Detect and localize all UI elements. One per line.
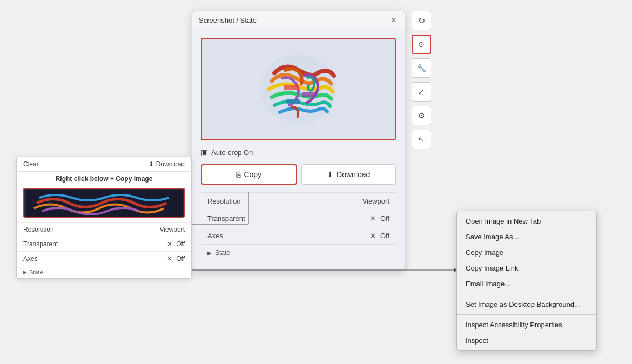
panel-body: ▣ Auto-crop On ⎘ Copy ⬇ Download Resolut… bbox=[192, 29, 405, 269]
cursor-icon: ↖ bbox=[418, 135, 425, 144]
main-panel: Screenshot / State ✕ bbox=[192, 11, 405, 270]
context-menu-item-email[interactable]: Email Image... bbox=[457, 276, 596, 292]
transparent-value: ✕ Off bbox=[310, 210, 396, 227]
mini-resolution-value: Viewport bbox=[114, 223, 191, 237]
mini-state-label: State bbox=[29, 269, 43, 275]
mini-resolution-row: Resolution Viewport bbox=[17, 223, 191, 237]
mini-transparent-label: Transparent bbox=[17, 237, 114, 252]
right-click-hint: Right click below + Copy Image bbox=[17, 172, 191, 186]
mini-state-row[interactable]: ▶ State bbox=[17, 266, 191, 278]
autocrop-label: Auto-crop On bbox=[211, 149, 253, 157]
context-menu-item-save[interactable]: Save Image As... bbox=[457, 229, 596, 245]
svg-rect-3 bbox=[286, 99, 300, 104]
xmark-icon2: ✕ bbox=[370, 232, 376, 240]
mini-panel: Clear ⬇ Download Right click below + Cop… bbox=[16, 157, 192, 279]
resolution-value: Viewport bbox=[310, 193, 396, 210]
chevron-icon: ▶ bbox=[207, 250, 212, 256]
xmark-icon: ✕ bbox=[370, 214, 376, 223]
wrench-button[interactable]: 🔧 bbox=[412, 58, 431, 78]
mini-resolution-label: Resolution bbox=[17, 223, 114, 237]
download-icon: ⬇ bbox=[327, 170, 333, 179]
mini-axes-label: Axes bbox=[17, 252, 114, 266]
download-label: Download bbox=[337, 170, 370, 179]
mini-xmark-icon: ✕ bbox=[167, 240, 172, 248]
mini-download-button[interactable]: ⬇ Download bbox=[149, 160, 185, 168]
copy-icon: ⎘ bbox=[236, 170, 240, 179]
camera-button[interactable]: ⊙ bbox=[412, 35, 431, 54]
autocrop-icon: ▣ bbox=[201, 148, 208, 157]
mini-download-icon: ⬇ bbox=[149, 160, 154, 168]
copy-label: Copy bbox=[244, 170, 261, 179]
right-toolbar: ↻ ⊙ 🔧 ⤢ ⚙ ↖ bbox=[412, 11, 431, 149]
context-menu-separator-2 bbox=[457, 314, 596, 315]
context-menu-item-inspect[interactable]: Inspect bbox=[457, 333, 596, 348]
axes-label: Axes bbox=[201, 227, 310, 245]
context-menu-item-open[interactable]: Open Image in New Tab bbox=[457, 213, 596, 229]
svg-rect-1 bbox=[284, 85, 299, 90]
state-row[interactable]: ▶ State bbox=[201, 244, 396, 261]
panel-title: Screenshot / State bbox=[199, 16, 257, 24]
mini-clear-button[interactable]: Clear bbox=[23, 160, 39, 168]
transparent-row: Transparent ✕ Off bbox=[201, 210, 396, 227]
axes-row: Axes ✕ Off bbox=[201, 227, 396, 245]
context-menu-item-copy-link[interactable]: Copy Image Link bbox=[457, 260, 596, 276]
protein-image bbox=[253, 46, 345, 132]
mini-panel-header: Clear ⬇ Download bbox=[17, 157, 191, 172]
refresh-icon: ↻ bbox=[418, 16, 425, 26]
mini-download-label: Download bbox=[156, 160, 185, 168]
image-preview bbox=[201, 38, 396, 140]
context-menu-item-accessibility[interactable]: Inspect Accessibility Properties bbox=[457, 317, 596, 333]
close-button[interactable]: ✕ bbox=[389, 16, 398, 24]
mini-axes-value: ✕ Off bbox=[114, 252, 191, 266]
copy-button[interactable]: ⎘ Copy bbox=[201, 164, 297, 185]
cursor-button[interactable]: ↖ bbox=[412, 130, 431, 149]
mini-clear-label: Clear bbox=[23, 160, 39, 168]
mini-transparent-row: Transparent ✕ Off bbox=[17, 237, 191, 252]
expand-button[interactable]: ⤢ bbox=[412, 82, 431, 102]
mini-settings-table: Resolution Viewport Transparent ✕ Off Ax… bbox=[17, 222, 191, 266]
axes-value: ✕ Off bbox=[310, 227, 396, 245]
mini-axes-row: Axes ✕ Off bbox=[17, 252, 191, 266]
svg-rect-2 bbox=[302, 92, 315, 97]
mini-chevron-icon: ▶ bbox=[23, 269, 27, 275]
state-label: State bbox=[215, 249, 230, 257]
panel-header: Screenshot / State ✕ bbox=[192, 11, 405, 29]
mini-transparent-value: ✕ Off bbox=[114, 237, 191, 252]
mini-image-area[interactable] bbox=[23, 188, 185, 218]
context-menu-item-copy-image[interactable]: Copy Image bbox=[457, 245, 596, 260]
settings-button[interactable]: ⚙ bbox=[412, 106, 431, 125]
autocrop-row: ▣ Auto-crop On bbox=[201, 148, 396, 157]
resolution-row: Resolution Viewport bbox=[201, 193, 396, 210]
context-menu-separator bbox=[457, 294, 596, 294]
wrench-icon: 🔧 bbox=[417, 64, 426, 72]
refresh-button[interactable]: ↻ bbox=[412, 11, 431, 30]
settings-icon: ⚙ bbox=[418, 111, 425, 120]
action-buttons: ⎘ Copy ⬇ Download bbox=[201, 164, 396, 185]
settings-table: Resolution Viewport Transparent ✕ Off Ax… bbox=[201, 192, 396, 244]
mini-xmark-icon2: ✕ bbox=[167, 255, 172, 262]
camera-icon: ⊙ bbox=[418, 40, 425, 49]
transparent-label: Transparent bbox=[201, 210, 310, 227]
context-menu-item-desktop[interactable]: Set Image as Desktop Background... bbox=[457, 296, 596, 312]
resolution-label: Resolution bbox=[201, 193, 310, 210]
expand-icon: ⤢ bbox=[418, 87, 425, 96]
download-button[interactable]: ⬇ Download bbox=[301, 164, 396, 185]
mini-protein-image bbox=[26, 190, 183, 217]
context-menu: Open Image in New Tab Save Image As... C… bbox=[456, 211, 597, 351]
